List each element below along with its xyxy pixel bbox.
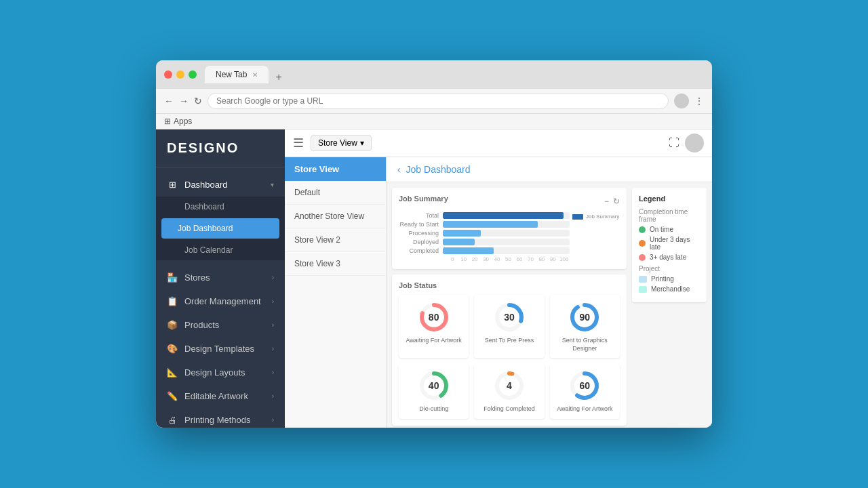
status-card-sent-pre-press: 30 Sent To Pre Press [474, 295, 544, 358]
job-status-card: Job Status [392, 274, 627, 426]
status-text-folding: Folding Completed [479, 405, 538, 413]
stores-icon: 🏪 [167, 272, 178, 283]
legend-mini-item: Job Summary [572, 214, 620, 220]
summary-actions: − ↻ [604, 197, 620, 206]
store-view-panel-header: Store View [285, 157, 386, 181]
editable-artwork-arrow-icon: › [272, 392, 274, 400]
hamburger-menu-icon[interactable]: ☰ [293, 136, 304, 150]
products-arrow-icon: › [272, 321, 274, 329]
job-status-title: Job Status [399, 281, 620, 289]
status-card-die-cutting: 40 Die-cutting [399, 363, 469, 419]
legend-under-3-days: Under 3 days late [639, 236, 700, 251]
stores-arrow-icon: › [272, 274, 274, 281]
job-summary-card: Job Summary − ↻ [392, 188, 627, 269]
app-container: DESIGNO ⊞ Dashboard ▾ Dashboard Job Dash… [156, 129, 712, 428]
dashboard-breadcrumb: ‹ Job Dashboard [387, 157, 712, 182]
app-topbar: ☰ Store View ▾ ⛶ [285, 129, 712, 157]
donut-awaiting-artwork: 80 [417, 300, 451, 334]
sidebar-item-products[interactable]: 📦 Products › [156, 313, 285, 337]
donut-value-die-cutting: 40 [429, 380, 439, 391]
sidebar-item-design-layouts[interactable]: 📐 Design Layouts › [156, 361, 285, 384]
maximize-button[interactable] [189, 70, 197, 79]
forward-nav-button[interactable]: → [179, 96, 189, 106]
status-card-awaiting-2: 60 Awaiting For Artwork [550, 363, 620, 419]
sidebar-item-order-management[interactable]: 📋 Order Management › [156, 289, 285, 313]
sidebar-dashboard-label: Dashboard [184, 180, 228, 190]
charts-column: Job Summary − ↻ [392, 188, 627, 428]
order-icon: 📋 [167, 296, 178, 306]
under-3-days-dot [639, 240, 646, 247]
chart-row-processing: Processing [399, 230, 570, 237]
sidebar-item-design-templates[interactable]: 🎨 Design Templates › [156, 337, 285, 361]
sidebar-item-job-calendar[interactable]: Job Calendar [156, 240, 285, 260]
user-avatar[interactable] [685, 134, 704, 152]
refresh-icon[interactable]: ↻ [613, 197, 620, 206]
status-text-die-cutting: Die-cutting [404, 405, 463, 413]
project-label: Project [639, 265, 700, 272]
donut-value-awaiting: 80 [429, 312, 439, 323]
browser-menu-button[interactable]: ⋮ [694, 96, 704, 106]
back-nav-button[interactable]: ← [164, 96, 174, 106]
close-button[interactable] [164, 70, 172, 79]
sidebar-item-editable-artwork[interactable]: ✏️ Editable Artwork › [156, 384, 285, 408]
bar-label-processing: Processing [399, 230, 443, 237]
dashboard-panel: ‹ Job Dashboard Job Summary [387, 157, 712, 428]
topbar-right: ⛶ [669, 134, 704, 152]
store-view-panel: Store View Default Another Store View St… [285, 157, 387, 428]
legend-printing: Printing [639, 275, 700, 283]
reload-button[interactable]: ↻ [194, 96, 202, 106]
expand-icon[interactable]: ⛶ [669, 137, 679, 149]
content-area: Store View Default Another Store View St… [285, 157, 712, 428]
products-icon: 📦 [167, 320, 178, 330]
bar-label-completed: Completed [399, 247, 443, 254]
sidebar-sub-dashboard: Dashboard Job Dashboard Job Calendar [156, 197, 285, 260]
legend-3-plus-days: 3+ days late [639, 253, 700, 261]
store-view-item-3[interactable]: Store View 3 [285, 252, 386, 276]
browser-tab[interactable]: New Tab ✕ [205, 66, 269, 83]
status-text-awaiting-2: Awaiting For Artwork [555, 405, 614, 413]
dashboard-content: Job Summary − ↻ [387, 182, 712, 428]
minimize-icon[interactable]: − [604, 197, 609, 206]
apps-label: Apps [174, 117, 192, 126]
store-view-button[interactable]: Store View ▾ [311, 135, 372, 151]
3-plus-days-dot [639, 254, 646, 261]
sidebar-item-dashboard[interactable]: ⊞ Dashboard ▾ [156, 173, 285, 197]
legend-panel: Legend Completion time frame On time Und… [632, 188, 707, 302]
bar-container-completed [443, 247, 570, 254]
chart-legend-mini: Job Summary [572, 212, 620, 220]
donut-die-cutting: 40 [417, 369, 451, 403]
sidebar-item-dashboard-sub[interactable]: Dashboard [156, 197, 285, 217]
dashboard-icon: ⊞ [167, 180, 178, 190]
main-content: ☰ Store View ▾ ⛶ Store Vie [285, 129, 712, 428]
order-arrow-icon: › [272, 298, 274, 305]
store-view-item-2[interactable]: Store View 2 [285, 228, 386, 252]
new-tab-button[interactable]: + [273, 71, 284, 83]
dropdown-arrow-icon: ▾ [360, 138, 364, 148]
donut-folding: 4 [492, 369, 526, 403]
printing-square [639, 276, 647, 283]
store-view-item-another[interactable]: Another Store View [285, 205, 386, 228]
under-3-days-label: Under 3 days late [650, 236, 700, 251]
sidebar-item-printing-methods[interactable]: 🖨 Printing Methods › [156, 408, 285, 428]
chart-row-ready: Ready to Start [399, 221, 570, 228]
sidebar-item-stores[interactable]: 🏪 Stores › [156, 266, 285, 289]
bar-deployed [443, 239, 475, 245]
minimize-button[interactable] [176, 70, 184, 79]
apps-link[interactable]: ⊞ Apps [164, 117, 704, 126]
design-templates-arrow-icon: › [272, 345, 274, 352]
browser-window: New Tab ✕ + ← → ↻ ⋮ ⊞ Apps DESIGNO [156, 60, 712, 428]
legend-column: Legend Completion time frame On time Und… [632, 188, 707, 428]
chart-row-total: Total [399, 212, 570, 219]
address-input[interactable] [208, 93, 669, 109]
tab-close-icon[interactable]: ✕ [252, 71, 258, 79]
browser-toolbar: ⊞ Apps [156, 114, 712, 129]
sidebar-item-job-dashboard[interactable]: Job Dashboard [161, 218, 279, 239]
donut-sent-pre-press: 30 [492, 300, 526, 334]
browser-titlebar: New Tab ✕ + [156, 60, 712, 89]
printing-arrow-icon: › [272, 416, 274, 424]
dashboard-title: Job Dashboard [406, 164, 471, 175]
topbar-left: ☰ Store View ▾ [293, 135, 372, 151]
store-view-item-default[interactable]: Default [285, 181, 386, 205]
apps-grid-icon: ⊞ [164, 117, 171, 126]
on-time-label: On time [650, 226, 673, 233]
